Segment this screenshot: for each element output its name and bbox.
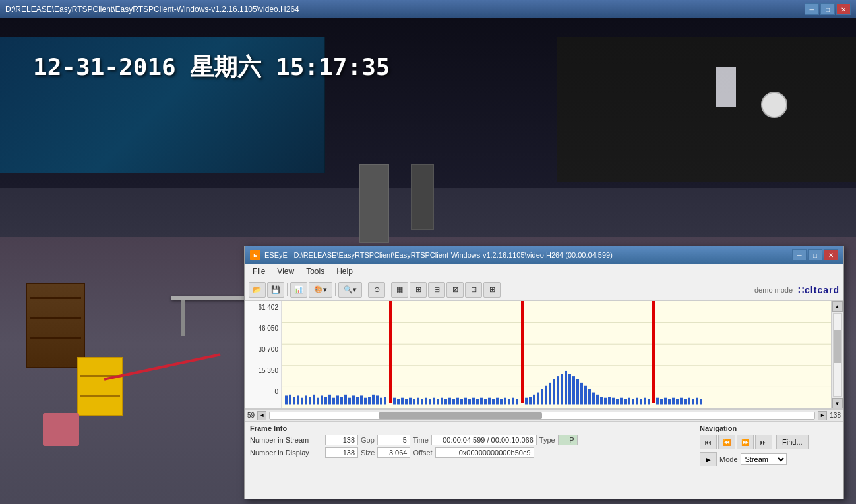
frame-row-1: Number in Stream 138 Gop 5 Time 00:00:04… bbox=[250, 435, 693, 445]
svg-rect-101 bbox=[668, 399, 671, 404]
scroll-right-arrow[interactable]: ► bbox=[818, 411, 827, 420]
scroll-track[interactable] bbox=[269, 412, 815, 420]
svg-rect-71 bbox=[549, 383, 551, 405]
svg-rect-106 bbox=[688, 398, 690, 405]
svg-rect-16 bbox=[328, 395, 331, 405]
vscroll-down[interactable]: ▼ bbox=[832, 398, 843, 408]
svg-rect-25 bbox=[364, 398, 367, 405]
tb-circle-btn[interactable]: ⊙ bbox=[368, 282, 385, 298]
main-close-btn[interactable]: ✕ bbox=[836, 3, 851, 15]
svg-rect-67 bbox=[533, 395, 535, 405]
svg-rect-75 bbox=[565, 371, 567, 405]
tb-open-btn[interactable]: 📂 bbox=[249, 282, 266, 298]
tb-sep4 bbox=[388, 283, 388, 296]
label-size: Size bbox=[361, 449, 375, 457]
svg-rect-12 bbox=[313, 395, 315, 405]
value-offset: 0x00000000000b50c9 bbox=[435, 447, 534, 458]
chart-svg bbox=[282, 301, 831, 408]
find-button[interactable]: Find... bbox=[776, 435, 809, 449]
svg-rect-74 bbox=[561, 374, 563, 405]
menu-view[interactable]: View bbox=[272, 266, 299, 277]
y-label-5: 0 bbox=[248, 388, 278, 395]
chart-scrollbar: 59 ◄ ► 138 bbox=[245, 409, 843, 421]
tb-layout3-btn[interactable]: ⊟ bbox=[428, 282, 445, 298]
svg-rect-84 bbox=[600, 397, 603, 404]
nav-buttons: ⏮ ⏪ ⏩ ⏭ Find... bbox=[700, 435, 838, 449]
vscroll-up[interactable]: ▲ bbox=[832, 301, 843, 312]
eseye-minimize-btn[interactable]: ─ bbox=[792, 249, 807, 261]
vscroll-track[interactable] bbox=[833, 313, 842, 397]
tb-sep3 bbox=[365, 283, 365, 296]
svg-rect-43 bbox=[437, 399, 439, 404]
label-time: Time bbox=[413, 436, 429, 444]
svg-rect-31 bbox=[389, 301, 392, 403]
nav-prev-btn[interactable]: ⏪ bbox=[718, 435, 735, 449]
scroll-left-val: 59 bbox=[247, 412, 255, 419]
tb-zoom-btn[interactable]: 🔍▾ bbox=[338, 282, 362, 298]
nav-next-btn[interactable]: ⏩ bbox=[737, 435, 754, 449]
svg-rect-64 bbox=[521, 301, 524, 403]
nav-first-btn[interactable]: ⏮ bbox=[700, 435, 717, 449]
svg-rect-11 bbox=[309, 397, 311, 404]
menu-tools[interactable]: Tools bbox=[301, 266, 330, 277]
nav-last-btn[interactable]: ⏭ bbox=[755, 435, 772, 449]
svg-rect-100 bbox=[664, 398, 667, 405]
svg-rect-32 bbox=[393, 398, 396, 405]
svg-rect-90 bbox=[624, 399, 627, 404]
frame-rows: Number in Stream 138 Gop 5 Time 00:00:04… bbox=[250, 435, 693, 458]
svg-rect-21 bbox=[348, 398, 351, 405]
menu-help[interactable]: Help bbox=[331, 266, 358, 277]
svg-rect-76 bbox=[568, 374, 571, 405]
eseye-window: E ESEyE - D:\RELEASE\EasyRTSPClient\Easy… bbox=[244, 246, 844, 499]
chart-container: 61 402 46 050 30 700 15 350 0 bbox=[245, 300, 843, 409]
svg-rect-22 bbox=[352, 395, 355, 404]
tb-layout6-btn[interactable]: ⊞ bbox=[483, 282, 501, 298]
menu-file[interactable]: File bbox=[247, 266, 270, 277]
svg-rect-92 bbox=[632, 399, 634, 404]
tb-chart-btn[interactable]: 📊 bbox=[290, 282, 307, 298]
tb-layout1-btn[interactable]: ▦ bbox=[391, 282, 408, 298]
svg-rect-73 bbox=[557, 376, 559, 404]
svg-rect-91 bbox=[628, 398, 630, 405]
tb-layout4-btn[interactable]: ⊠ bbox=[446, 282, 464, 298]
bottom-section: Frame Info Number in Stream 138 Gop 5 Ti… bbox=[245, 421, 843, 477]
chart-main[interactable] bbox=[282, 301, 831, 408]
svg-rect-41 bbox=[429, 399, 431, 404]
eseye-maximize-btn[interactable]: □ bbox=[808, 249, 822, 261]
tb-color-dropdown[interactable]: 🎨▾ bbox=[309, 282, 332, 298]
svg-rect-58 bbox=[496, 398, 499, 405]
svg-rect-88 bbox=[616, 399, 619, 404]
svg-rect-51 bbox=[468, 399, 471, 404]
tb-sep2 bbox=[335, 283, 336, 296]
svg-rect-38 bbox=[417, 398, 419, 405]
tb-layout5-btn[interactable]: ⊡ bbox=[465, 282, 482, 298]
play-button[interactable]: ▶ bbox=[700, 452, 717, 466]
tb-layout2-btn[interactable]: ⊞ bbox=[410, 282, 427, 298]
main-win-controls: ─ □ ✕ bbox=[805, 3, 851, 15]
svg-rect-23 bbox=[356, 397, 359, 404]
y-label-4: 15 350 bbox=[248, 367, 278, 374]
svg-rect-7 bbox=[293, 397, 295, 404]
tb-save-btn[interactable]: 💾 bbox=[267, 282, 284, 298]
main-title-text: D:\RELEASE\EasyRTSPClient\EasyRTSPClient… bbox=[5, 5, 805, 14]
scroll-left-arrow[interactable]: ◄ bbox=[257, 411, 266, 420]
svg-rect-17 bbox=[332, 398, 335, 405]
svg-rect-28 bbox=[376, 395, 379, 404]
svg-rect-94 bbox=[640, 399, 642, 404]
svg-rect-35 bbox=[405, 399, 408, 404]
mode-select[interactable]: Stream Display bbox=[741, 453, 787, 465]
svg-rect-55 bbox=[484, 399, 487, 404]
svg-rect-30 bbox=[384, 397, 386, 404]
svg-rect-57 bbox=[492, 399, 495, 404]
svg-rect-6 bbox=[289, 395, 291, 405]
svg-rect-48 bbox=[456, 398, 459, 405]
svg-rect-18 bbox=[336, 395, 339, 404]
main-maximize-btn[interactable]: □ bbox=[820, 3, 835, 15]
frame-row-2: Number in Display 138 Size 3 064 Offset … bbox=[250, 447, 693, 458]
svg-rect-50 bbox=[464, 398, 467, 405]
eseye-close-btn[interactable]: ✕ bbox=[824, 249, 838, 261]
svg-rect-93 bbox=[636, 398, 638, 405]
svg-rect-59 bbox=[500, 399, 503, 404]
svg-rect-103 bbox=[676, 399, 679, 404]
main-minimize-btn[interactable]: ─ bbox=[805, 3, 819, 15]
